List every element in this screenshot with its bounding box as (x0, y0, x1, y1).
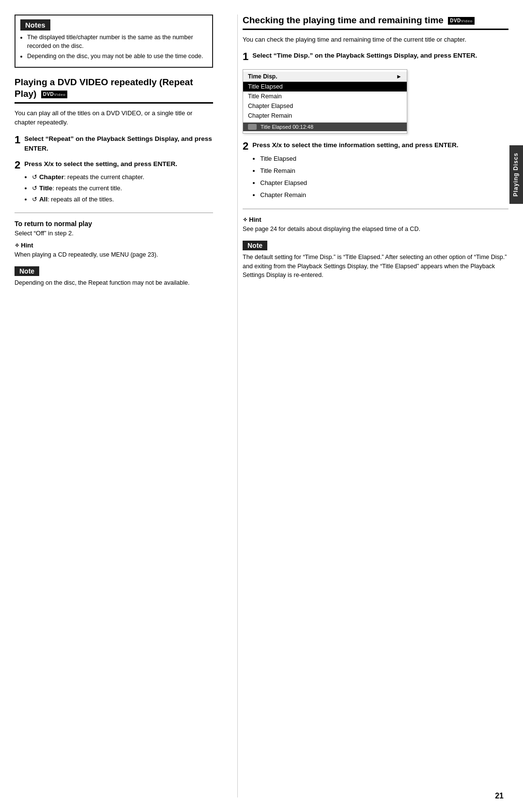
screen-item-3[interactable]: Chapter Elapsed (243, 101, 407, 111)
step2-bullet-2: ↺ Title: repeats the current title. (32, 184, 177, 193)
screen-menu-arrow: ► (396, 73, 402, 80)
notes-heading: Notes (20, 19, 50, 31)
dvdvideo-badge: DVDVideo (41, 91, 68, 98)
step2-bullet-3: ↺ All: repeats all of the titles. (32, 195, 177, 204)
right-note-box: Note The default setting for “Time Disp.… (243, 241, 508, 280)
left-note-box: Note Depending on the disc, the Repeat f… (15, 266, 213, 288)
screen-footer: Title Elapsed 00:12:48 (243, 123, 407, 131)
screen-menu-bar: Time Disp. ► (243, 72, 407, 82)
right-note-label: Note (243, 241, 267, 250)
screen-mockup: Time Disp. ► Title Elapsed Title Remain … (243, 69, 407, 134)
right-step2-number: 2 (243, 140, 248, 152)
main-content: Notes The displayed title/chapter number… (0, 0, 523, 812)
hint-text: When playing a CD repeatedly, use MENU (… (15, 250, 213, 260)
section2-step1: 1 Select “Time Disp.” on the Playback Se… (243, 51, 508, 62)
step2-number: 2 (15, 159, 20, 171)
divider-1 (15, 213, 213, 213)
screen-footer-icon (248, 124, 257, 130)
left-column: Notes The displayed title/chapter number… (15, 15, 223, 797)
right-hint-text: See page 24 for details about displaying… (243, 225, 508, 234)
section1-heading: Playing a DVD VIDEO repeatedly (Repeat P… (15, 77, 213, 104)
page-number: 21 (495, 792, 504, 800)
section1-intro: You can play all of the titles on a DVD … (15, 108, 213, 127)
screen-item-1[interactable]: Title Elapsed (243, 82, 407, 92)
right-hint: Hint See page 24 for details about displ… (243, 216, 508, 234)
hint-title: Hint (15, 242, 213, 249)
step2-bullet-1: ↺ Chapter: repeats the current chapter. (32, 172, 177, 182)
right-step1-number: 1 (243, 51, 248, 62)
right-step2-content: Press X/x to select the time information… (252, 140, 458, 202)
right-step1-content: Select “Time Disp.” on the Playback Sett… (252, 51, 477, 61)
screen-item-4[interactable]: Chapter Remain (243, 111, 407, 121)
right-column: Checking the playing time and remaining … (237, 15, 508, 797)
return-normal-text: Select “Off” in step 2. (15, 230, 213, 237)
right-bullet-3: Chapter Elapsed (260, 178, 458, 188)
screen-menu-label: Time Disp. (248, 73, 277, 80)
notes-item-2: Depending on the disc, you may not be ab… (27, 52, 207, 61)
right-note-text: The default setting for “Time Disp.” is … (243, 253, 508, 280)
left-hint: Hint When playing a CD repeatedly, use M… (15, 242, 213, 260)
return-normal-heading: To return to normal play (15, 220, 213, 228)
section2-step2: 2 Press X/x to select the time informati… (243, 140, 508, 202)
step1-number: 1 (15, 134, 20, 146)
step1-content: Select “Repeat” on the Playback Settings… (24, 134, 213, 154)
screen-item-2[interactable]: Title Remain (243, 92, 407, 101)
notes-list: The displayed title/chapter number is th… (20, 33, 207, 61)
dvdvideo-badge-2: DVDVideo (448, 17, 475, 24)
right-hint-title: Hint (243, 216, 508, 223)
right-bullet-2: Title Remain (260, 166, 458, 176)
notes-item-1: The displayed title/chapter number is th… (27, 33, 207, 50)
divider-2 (243, 209, 508, 209)
section2-heading: Checking the playing time and remaining … (243, 15, 508, 30)
step2-bullets: ↺ Chapter: repeats the current chapter. … (24, 172, 177, 205)
note-label: Note (15, 266, 39, 276)
right-bullet-1: Title Elapsed (260, 153, 458, 164)
step2-content: Press X/x to select the setting, and pre… (24, 159, 177, 206)
right-step2-bullets: Title Elapsed Title Remain Chapter Elaps… (252, 153, 458, 200)
notes-box: Notes The displayed title/chapter number… (15, 15, 213, 68)
section1-step1: 1 Select “Repeat” on the Playback Settin… (15, 134, 213, 154)
note-text: Depending on the disc, the Repeat functi… (15, 278, 213, 288)
screen-footer-text: Title Elapsed 00:12:48 (261, 124, 313, 130)
section1-step2: 2 Press X/x to select the setting, and p… (15, 159, 213, 206)
sidebar-tab: Playing Discs (509, 145, 523, 204)
section2-intro: You can check the playing time and remai… (243, 35, 508, 45)
page-container: Notes The displayed title/chapter number… (0, 0, 523, 812)
right-bullet-4: Chapter Remain (260, 190, 458, 200)
